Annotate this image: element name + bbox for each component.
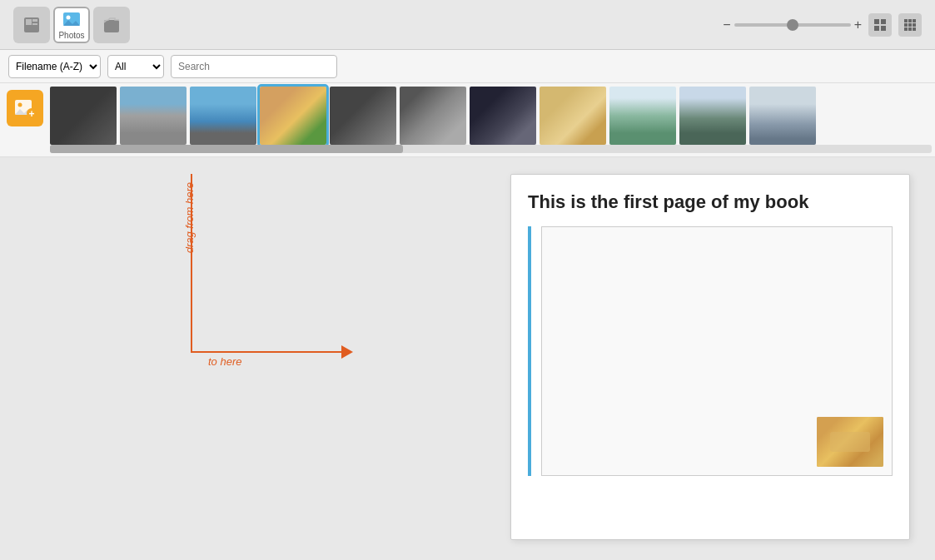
drag-from-label: drag from here [183,182,196,253]
svg-rect-15 [904,23,908,27]
svg-rect-8 [874,19,879,24]
book-photo-preview [817,417,883,467]
drag-annotation: drag from here to here [183,174,350,390]
book-image-frame[interactable] [541,226,893,476]
toolbar-right: − + [723,13,922,37]
toolbar: Photos − + [0,0,935,50]
book-content-area [528,226,893,476]
svg-rect-2 [32,19,37,22]
filter-select[interactable]: All Photos Videos [107,55,164,78]
tab-photos[interactable]: Photos [53,7,90,43]
view-grid-large-button[interactable] [898,13,922,37]
svg-rect-3 [32,23,37,25]
photo-strip-scrollbar[interactable] [50,145,932,153]
photo-strip-container: + [0,83,935,157]
book-title: This is the first page of my book [528,191,893,213]
zoom-out-button[interactable]: − [723,17,730,32]
view-grid-small-button[interactable] [868,13,892,37]
svg-rect-18 [904,27,908,31]
svg-rect-17 [913,23,916,27]
photo-thumb[interactable] [330,87,396,145]
photo-thumb[interactable] [609,87,676,145]
photo-thumb[interactable] [190,87,256,145]
photo-strip [0,83,935,145]
zoom-slider[interactable] [734,23,851,27]
tab-gray2[interactable] [93,7,130,43]
photo-thumb-selected[interactable] [260,87,326,145]
drag-arrow [341,345,353,359]
tab-gray1[interactable] [13,7,50,43]
zoom-control: − + [723,17,862,32]
photo-thumb[interactable] [679,87,746,145]
svg-rect-16 [908,23,912,27]
svg-rect-19 [908,27,912,31]
book-page: This is the first page of my book [510,174,910,540]
svg-point-22 [18,103,22,107]
drag-line-vertical [191,174,192,353]
photo-thumb[interactable] [470,87,536,145]
svg-point-5 [67,16,71,20]
filter-bar: Filename (A-Z) Filename (Z-A) Date (Newe… [0,50,935,83]
photo-thumb[interactable] [540,87,606,145]
add-photo-button[interactable]: + [7,90,43,126]
svg-rect-13 [908,19,912,22]
photo-thumb[interactable] [50,87,117,145]
search-input[interactable] [171,55,337,78]
zoom-in-button[interactable]: + [854,17,862,32]
photo-thumb[interactable] [400,87,466,145]
sort-select[interactable]: Filename (A-Z) Filename (Z-A) Date (Newe… [8,55,101,78]
photo-thumb[interactable] [120,87,187,145]
svg-rect-7 [104,20,119,32]
zoom-thumb [787,19,798,31]
svg-rect-20 [913,27,916,31]
svg-rect-12 [904,19,908,22]
svg-rect-9 [881,19,886,24]
tab-photos-label: Photos [58,31,84,40]
toolbar-left: Photos [13,7,130,43]
photo-thumb[interactable] [749,87,816,145]
main-area: drag from here to here This is the first… [0,157,935,560]
svg-rect-10 [874,26,879,31]
svg-rect-14 [913,19,916,22]
drag-line-horizontal [191,351,345,353]
blue-accent-bar [528,226,531,476]
photo-thumb-inner [50,87,117,145]
scrollbar-thumb [50,145,403,153]
svg-rect-11 [881,26,886,31]
to-here-label: to here [208,355,241,368]
svg-rect-1 [26,19,32,25]
svg-text:+: + [28,108,34,120]
